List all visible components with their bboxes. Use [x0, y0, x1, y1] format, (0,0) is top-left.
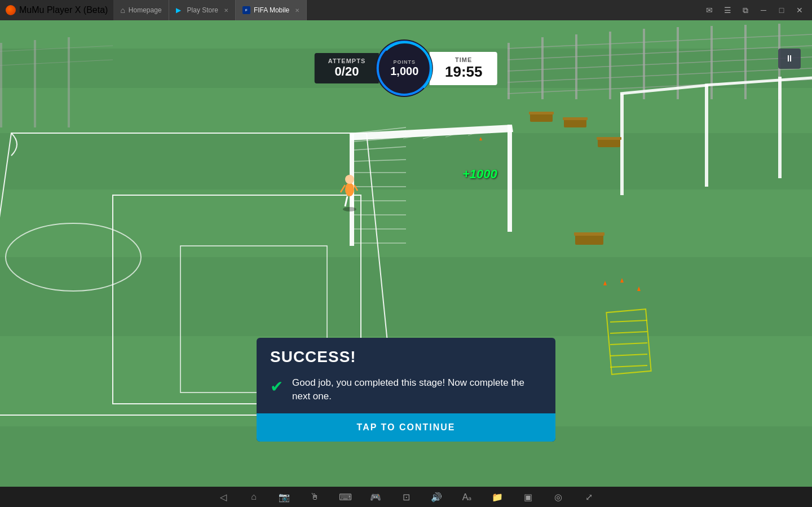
app-logo: MuMu Player X (Beta) — [0, 5, 113, 15]
svg-marker-6 — [0, 257, 812, 336]
back-button[interactable]: ◁ — [215, 488, 232, 505]
expand-icon[interactable]: ⤢ — [580, 488, 597, 505]
text-size-icon[interactable]: Aₐ — [458, 488, 475, 505]
hud: ATTEMPTS 0/20 POINTS 1,000 TIME 19:55 — [315, 43, 497, 94]
location-icon[interactable]: ◎ — [550, 488, 567, 505]
home-icon: ⌂ — [120, 6, 125, 15]
crop-icon[interactable]: ⊡ — [398, 488, 414, 505]
svg-point-75 — [345, 183, 354, 196]
points-value: 1,000 — [390, 65, 418, 78]
hud-attempts: ATTEMPTS 0/20 — [315, 53, 379, 83]
svg-point-81 — [343, 207, 356, 211]
svg-rect-16 — [744, 25, 747, 99]
fifa-icon: F — [242, 6, 250, 14]
points-label: POINTS — [393, 59, 416, 65]
gamepad-icon[interactable]: 🎮 — [367, 488, 384, 505]
svg-rect-61 — [598, 139, 620, 147]
tap-to-continue-button[interactable]: TAP TO CONTINUE — [257, 413, 555, 442]
svg-rect-53 — [705, 85, 708, 187]
tab-fifa-label: FIFA Mobile — [254, 6, 289, 14]
svg-point-76 — [345, 175, 354, 184]
checkmark-icon: ✔ — [270, 377, 283, 396]
close-button[interactable]: ✕ — [792, 3, 807, 17]
svg-rect-54 — [778, 77, 782, 178]
points-popup: +1000 — [462, 167, 497, 182]
dialog-body: ✔ Good job, you completed this stage! No… — [257, 372, 555, 413]
svg-marker-4 — [0, 133, 812, 189]
tab-bar: ⌂ Homepage Play Store ✕ F FIFA Mobile ✕ — [113, 0, 307, 20]
restore-button[interactable]: ⧉ — [738, 3, 753, 17]
svg-rect-33 — [508, 125, 512, 232]
svg-rect-63 — [575, 235, 603, 245]
svg-rect-62 — [597, 137, 621, 140]
dialog-title: SUCCESS! — [270, 348, 542, 366]
svg-line-78 — [352, 196, 353, 206]
hud-time: TIME 19:55 — [430, 52, 497, 85]
keyboard-icon[interactable]: ⌨ — [337, 488, 354, 505]
tab-fifa[interactable]: F FIFA Mobile ✕ — [236, 0, 307, 20]
svg-rect-11 — [575, 34, 577, 99]
video-camera-icon[interactable]: 📷 — [276, 488, 293, 505]
svg-rect-13 — [643, 29, 645, 99]
dialog-header: SUCCESS! — [257, 338, 555, 372]
minimize-button[interactable]: ─ — [756, 3, 771, 17]
svg-rect-60 — [563, 117, 588, 120]
logo-icon — [6, 5, 16, 15]
time-value: 19:55 — [443, 63, 484, 81]
tab-playstore-close[interactable]: ✕ — [224, 7, 228, 14]
titlebar: MuMu Player X (Beta) ⌂ Homepage Play Sto… — [0, 0, 812, 20]
pause-button[interactable]: ⏸ — [778, 49, 801, 69]
window-controls: ✉ ☰ ⧉ ─ □ ✕ — [701, 3, 812, 17]
svg-marker-5 — [0, 189, 812, 257]
folder-icon[interactable]: 📁 — [489, 488, 506, 505]
app-name: MuMu Player X (Beta) — [19, 5, 108, 15]
svg-rect-64 — [574, 232, 604, 236]
cursor-icon[interactable]: 🖱 — [306, 488, 323, 505]
playstore-icon — [176, 6, 184, 14]
attempts-label: ATTEMPTS — [328, 58, 365, 64]
dialog-message: Good job, you completed this stage! Now … — [292, 376, 542, 403]
svg-rect-57 — [530, 113, 553, 122]
menu-button[interactable]: ☰ — [720, 3, 735, 17]
time-label: TIME — [443, 56, 484, 63]
attempts-value: 0/20 — [328, 64, 365, 79]
tab-fifa-close[interactable]: ✕ — [295, 7, 299, 14]
mail-button[interactable]: ✉ — [701, 3, 717, 17]
svg-rect-59 — [564, 119, 586, 127]
home-button[interactable]: ⌂ — [245, 488, 262, 505]
volume-icon[interactable]: 🔊 — [428, 488, 445, 505]
game-area: ATTEMPTS 0/20 POINTS 1,000 TIME 19:55 ⏸ … — [0, 20, 812, 487]
taskbar: ◁ ⌂ 📷 🖱 ⌨ 🎮 ⊡ 🔊 Aₐ 📁 ▣ ◎ ⤢ — [0, 487, 812, 507]
svg-rect-23 — [0, 43, 2, 127]
maximize-button[interactable]: □ — [774, 3, 789, 17]
svg-rect-58 — [529, 112, 554, 114]
tab-playstore-label: Play Store — [187, 6, 218, 14]
tab-homepage[interactable]: ⌂ Homepage — [113, 0, 169, 20]
hud-points: POINTS 1,000 — [379, 43, 430, 94]
svg-rect-25 — [68, 37, 70, 127]
success-dialog: SUCCESS! ✔ Good job, you completed this … — [257, 338, 555, 442]
svg-rect-52 — [620, 94, 624, 195]
svg-rect-15 — [710, 26, 713, 99]
tab-homepage-label: Homepage — [129, 6, 162, 14]
svg-rect-24 — [34, 40, 36, 127]
panels-icon[interactable]: ▣ — [519, 488, 536, 505]
tab-playstore[interactable]: Play Store ✕ — [169, 0, 236, 20]
